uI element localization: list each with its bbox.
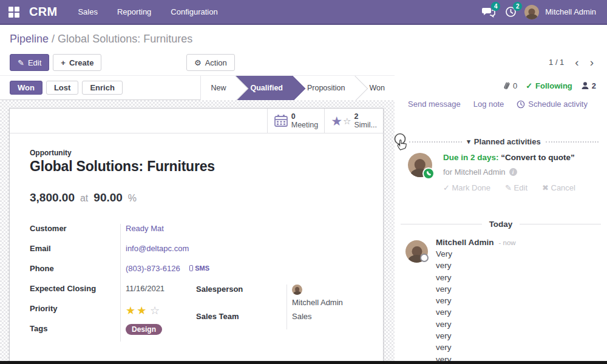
form-statusbar: Won Lost Enrich New Qualified Propositio… xyxy=(0,75,395,100)
dotted-line xyxy=(546,141,599,143)
message-line: very xyxy=(436,283,601,295)
info-icon[interactable]: i xyxy=(509,168,517,176)
probability-value: 90.00 xyxy=(93,191,123,204)
following-button[interactable]: ✓ Following xyxy=(526,81,572,90)
message-author[interactable]: Mitchell Admin xyxy=(436,238,494,247)
app-brand[interactable]: CRM xyxy=(29,5,57,19)
message-type-badge-icon xyxy=(420,254,429,262)
customer-value[interactable]: Ready Mat xyxy=(126,223,164,233)
meeting-label: Meeting xyxy=(291,121,318,129)
record-type-label: Opportunity xyxy=(30,149,72,157)
salesperson-avatar xyxy=(292,285,302,295)
message-line: very xyxy=(436,342,601,353)
activity-assignee: for Mitchell Admin xyxy=(443,167,506,177)
meeting-stat-button[interactable]: 0 Meeting xyxy=(267,109,324,133)
gear-icon: ⚙ xyxy=(194,58,202,67)
salesperson-row: Salesperson Mitchell Admin xyxy=(196,283,378,311)
message-line: very xyxy=(436,260,601,271)
mark-done-button[interactable]: ✓ Mark Done xyxy=(443,183,490,192)
messages-icon[interactable]: 4 xyxy=(481,4,497,20)
priority-star-empty[interactable]: ☆ xyxy=(150,305,160,317)
email-label: Email xyxy=(30,243,120,253)
activity-summary: “Convert to quote” xyxy=(501,153,575,162)
similar-leads-stat-button[interactable]: ★ ☆ 2 Simil... xyxy=(324,109,383,133)
message-line: very xyxy=(436,306,601,318)
won-button[interactable]: Won xyxy=(10,81,42,95)
apps-menu-icon[interactable] xyxy=(8,7,19,18)
activity-due-date: Due in 2 days: xyxy=(443,153,499,162)
priority-stars-filled[interactable]: ★★ xyxy=(126,305,148,317)
pager-previous-icon[interactable]: ‹ xyxy=(575,56,578,68)
activity-edit-button[interactable]: ✎ Edit xyxy=(505,183,527,192)
enrich-button[interactable]: Enrich xyxy=(82,81,122,95)
field-group-left: Customer Ready Mat Email info@deltapc.co… xyxy=(30,223,212,343)
message-line: very xyxy=(436,272,601,283)
pencil-icon: ✎ xyxy=(18,58,24,67)
activities-icon[interactable]: 2 xyxy=(503,4,518,20)
person-icon xyxy=(581,81,589,90)
form-background: 0 Meeting ★ ☆ 2 Simil... Opportunity Glo… xyxy=(0,100,395,364)
breadcrumb-pipeline[interactable]: Pipeline xyxy=(10,33,49,45)
main-menu: Sales Reporting Configuration xyxy=(78,7,217,16)
crm-app-window: CRM Sales Reporting Configuration 4 2 xyxy=(0,0,607,364)
activity-cancel-button[interactable]: ✖ Cancel xyxy=(542,183,575,192)
email-value[interactable]: info@deltapc.com xyxy=(126,243,189,253)
message-line: very xyxy=(436,318,601,330)
sms-button[interactable]: SMS xyxy=(189,265,209,272)
message-body: Veryveryveryveryveryveryveryveryveryvery xyxy=(436,248,601,364)
activity-action-buttons: ✓ Mark Done ✎ Edit ✖ Cancel xyxy=(443,183,601,192)
priority-label: Priority xyxy=(30,303,120,313)
sales-team-label: Sales Team xyxy=(196,311,287,321)
menu-configuration[interactable]: Configuration xyxy=(171,7,217,16)
attachments-button[interactable]: 0 xyxy=(503,81,517,90)
followers-button[interactable]: 2 xyxy=(581,81,596,90)
pager-next-icon[interactable]: › xyxy=(590,56,594,68)
breadcrumb-current: Global Solutions: Furnitures xyxy=(58,33,192,45)
control-panel-buttons: ✎ Edit + Create xyxy=(10,54,101,71)
user-avatar[interactable] xyxy=(524,5,539,19)
stage-pipeline: New Qualified Proposition Won xyxy=(200,76,395,100)
top-navbar: CRM Sales Reporting Configuration 4 2 xyxy=(0,0,607,25)
chatter-message: Mitchell Admin - now Veryveryveryveryver… xyxy=(405,238,601,364)
planned-activities-header[interactable]: ▾ Planned activities xyxy=(409,137,599,146)
pager: 1 / 1 ‹ › xyxy=(549,56,594,68)
today-separator: Today xyxy=(401,220,601,229)
customer-label: Customer xyxy=(30,223,120,233)
tag-design[interactable]: Design xyxy=(126,324,162,335)
log-note-button[interactable]: Log note xyxy=(473,99,504,109)
expected-closing-label: Expected Closing xyxy=(30,283,120,293)
expected-closing-row: Expected Closing 11/16/2021 xyxy=(30,283,212,303)
plus-icon: + xyxy=(61,58,66,67)
dotted-line xyxy=(409,141,462,143)
message-line: very xyxy=(436,295,601,306)
stage-new[interactable]: New xyxy=(201,76,236,100)
lost-button[interactable]: Lost xyxy=(46,81,78,95)
schedule-clock-icon xyxy=(517,100,525,109)
star-icon: ★ xyxy=(331,115,342,127)
expected-closing-value: 11/16/2021 xyxy=(126,283,164,293)
action-button[interactable]: ⚙ Action xyxy=(186,54,235,71)
field-group-right: Salesperson Mitchell Admin Sales Team Sa… xyxy=(196,283,378,331)
calendar-icon xyxy=(274,114,288,127)
revenue-amount: 3,800.00 xyxy=(30,191,75,204)
messages-badge: 4 xyxy=(491,2,500,11)
edit-button[interactable]: ✎ Edit xyxy=(10,54,49,71)
user-name[interactable]: Mitchell Admin xyxy=(545,7,596,16)
send-message-button[interactable]: Send message xyxy=(408,99,461,109)
mobile-phone-icon xyxy=(189,265,193,271)
phone-label: Phone xyxy=(30,263,120,273)
create-button[interactable]: + Create xyxy=(53,54,101,71)
chatter-actions: Send message Log note Schedule activity xyxy=(408,99,588,109)
tags-row: Tags Design xyxy=(30,323,212,343)
salesperson-value[interactable]: Mitchell Admin xyxy=(292,298,343,307)
menu-sales[interactable]: Sales xyxy=(78,7,98,16)
sales-team-row: Sales Team Sales xyxy=(196,311,378,331)
pager-count: 1 / 1 xyxy=(549,58,564,67)
breadcrumb: Pipeline / Global Solutions: Furnitures xyxy=(10,33,192,46)
phone-value[interactable]: (803)-873-6126 xyxy=(126,264,180,273)
schedule-activity-button[interactable]: Schedule activity xyxy=(517,99,588,109)
menu-reporting[interactable]: Reporting xyxy=(117,7,151,16)
message-line: Very xyxy=(436,248,601,260)
tags-label: Tags xyxy=(30,323,120,333)
sales-team-value[interactable]: Sales xyxy=(292,311,312,321)
